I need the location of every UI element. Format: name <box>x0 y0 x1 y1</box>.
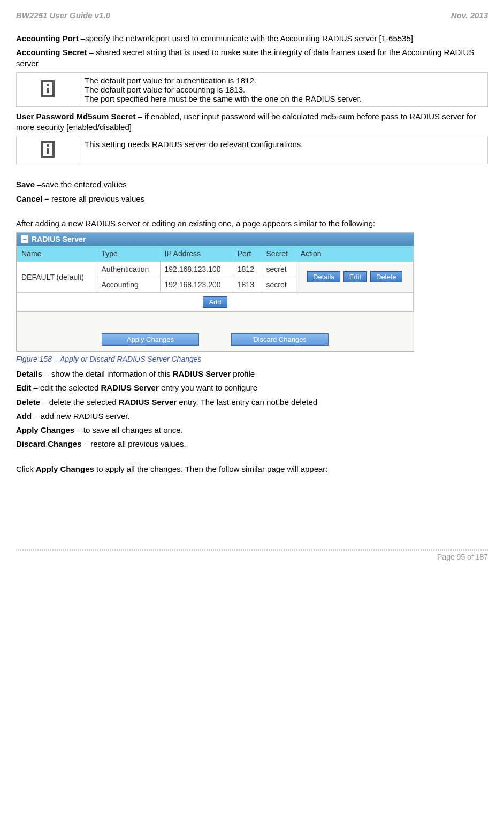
label-details: Details <box>16 369 44 378</box>
cell-actions: Details Edit Delete <box>296 262 413 293</box>
header-right: Nov. 2013 <box>451 11 488 20</box>
para-click-apply: Click Apply Changes to apply all the cha… <box>16 464 488 475</box>
label-apply: Apply Changes <box>16 425 77 434</box>
para-details: Details – show the detail information of… <box>16 369 488 379</box>
label-discard: Discard Changes <box>16 439 84 448</box>
cell-port: 1812 <box>233 262 262 277</box>
col-type: Type <box>97 246 160 262</box>
info-text-cell: The default port value for authenticatio… <box>79 72 488 106</box>
info-box-ports: The default port value for authenticatio… <box>16 72 488 107</box>
info-icon-cell-2 <box>17 136 79 164</box>
figure-caption: Figure 158 – Apply or Discard RADIUS Ser… <box>16 355 488 363</box>
button-bar: Apply Changes Discard Changes <box>17 312 414 351</box>
cell-type: Accounting <box>97 277 160 293</box>
para-cancel: Cancel – restore all previous values <box>16 194 488 204</box>
cell-type: Authentication <box>97 262 160 277</box>
delete-button[interactable]: Delete <box>370 271 402 282</box>
add-row: Add <box>17 293 414 312</box>
col-secret: Secret <box>262 246 296 262</box>
add-button[interactable]: Add <box>203 296 227 308</box>
para-accounting-port: Accounting Port –specify the network por… <box>16 33 488 44</box>
para-accounting-secret: Accounting Secret – shared secret string… <box>16 47 488 69</box>
edit-button[interactable]: Edit <box>343 271 367 282</box>
label-accounting-port: Accounting Port <box>16 34 81 43</box>
radius-table: Name Type IP Address Port Secret Action … <box>17 246 414 312</box>
label-apply-changes: Apply Changes <box>36 464 94 473</box>
label-delete: Delete <box>16 398 42 407</box>
desc-cancel: restore all previous values <box>51 194 144 203</box>
para-edit: Edit – edit the selected RADIUS Server e… <box>16 383 488 393</box>
label-accounting-secret: Accounting Secret <box>16 48 89 57</box>
para-discard: Discard Changes – restore all previous v… <box>16 439 488 449</box>
label-edit: Edit <box>16 383 34 392</box>
col-name: Name <box>17 246 97 262</box>
col-ip: IP Address <box>160 246 233 262</box>
screenshot-titlebar: − RADIUS Server <box>17 233 414 246</box>
para-md5sum: User Password Md5sum Secret – if enabled… <box>16 111 488 133</box>
label-save: Save <box>16 180 37 189</box>
screenshot-title: RADIUS Server <box>32 235 86 243</box>
info-line-3: The port specified here must be the same… <box>85 94 482 103</box>
desc-accounting-port: –specify the network port used to commun… <box>81 34 413 43</box>
para-after-adding: After adding a new RADIUS server or edit… <box>16 218 488 229</box>
info-icon <box>41 80 55 97</box>
details-button[interactable]: Details <box>307 271 340 282</box>
table-header-row: Name Type IP Address Port Secret Action <box>17 246 414 262</box>
cell-name: DEFAULT (default) <box>17 262 97 293</box>
table-row: DEFAULT (default) Authentication 192.168… <box>17 262 414 277</box>
discard-changes-button[interactable]: Discard Changes <box>231 333 329 346</box>
cell-ip: 192.168.123.100 <box>160 262 233 277</box>
info-line-1: The default port value for authenticatio… <box>85 76 482 85</box>
desc-save: –save the entered values <box>37 180 127 189</box>
info-box-md5: This setting needs RADIUS server do rele… <box>16 136 488 164</box>
page-header: BW2251 User Guide v1.0 Nov. 2013 <box>16 11 488 20</box>
info2-line-1: This setting needs RADIUS server do rele… <box>85 140 482 149</box>
page-footer: Page 95 of 187 <box>16 549 488 561</box>
para-delete: Delete – delete the selected RADIUS Serv… <box>16 397 488 408</box>
col-action: Action <box>296 246 413 262</box>
info-text-cell-2: This setting needs RADIUS server do rele… <box>79 136 488 164</box>
cell-port: 1813 <box>233 277 262 293</box>
collapse-icon[interactable]: − <box>21 235 28 243</box>
label-md5sum: User Password Md5sum Secret <box>16 112 138 121</box>
apply-changes-button[interactable]: Apply Changes <box>102 333 199 346</box>
info-line-2: The default port value for accounting is… <box>85 85 482 94</box>
info-icon <box>41 141 55 158</box>
header-left: BW2251 User Guide v1.0 <box>16 11 110 20</box>
radius-screenshot: − RADIUS Server Name Type IP Address Por… <box>16 232 414 352</box>
col-port: Port <box>233 246 262 262</box>
para-save: Save –save the entered values <box>16 179 488 190</box>
info-icon-cell <box>17 72 79 106</box>
para-apply: Apply Changes – to save all changes at o… <box>16 425 488 436</box>
cell-secret: secret <box>262 262 296 277</box>
cell-ip: 192.168.123.200 <box>160 277 233 293</box>
para-add: Add – add new RADIUS server. <box>16 411 488 422</box>
cell-secret: secret <box>262 277 296 293</box>
label-add: Add <box>16 411 34 421</box>
label-cancel: Cancel – <box>16 194 51 203</box>
